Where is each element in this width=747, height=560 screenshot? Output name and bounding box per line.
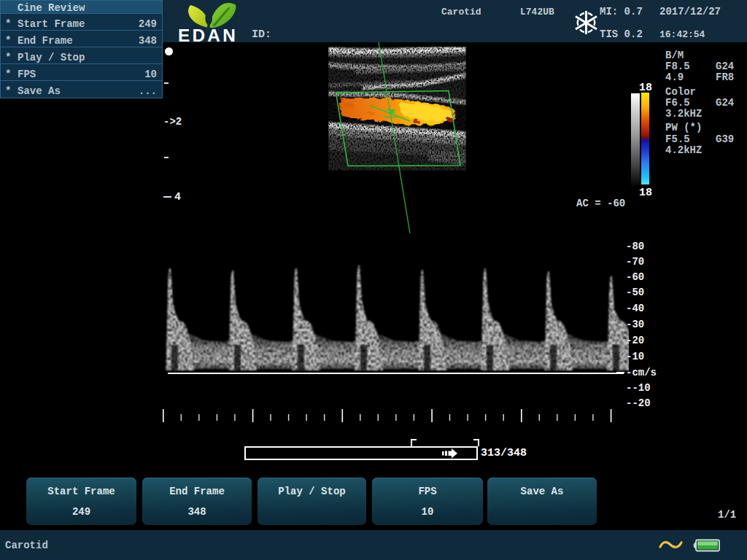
svg-text:EDAN: EDAN	[178, 26, 238, 42]
